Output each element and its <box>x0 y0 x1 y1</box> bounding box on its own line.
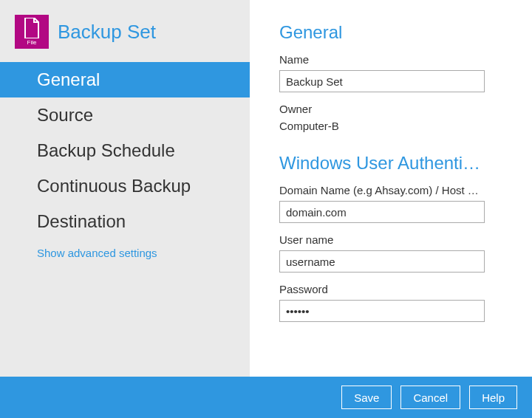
sidebar-item-source[interactable]: Source <box>0 97 250 133</box>
section-auth: Windows User Authentic... Domain Name (e… <box>279 153 502 322</box>
username-input[interactable] <box>279 250 485 273</box>
sidebar-item-label: Backup Schedule <box>37 140 175 160</box>
file-icon: File <box>15 15 49 49</box>
password-label: Password <box>279 283 502 295</box>
name-label: Name <box>279 53 502 66</box>
sidebar-item-label: Continuous Backup <box>37 176 191 196</box>
sidebar: File Backup Set General Source Backup Sc… <box>0 0 250 377</box>
sidebar-item-general[interactable]: General <box>0 62 250 97</box>
domain-input[interactable] <box>279 201 485 223</box>
sidebar-item-label: Destination <box>37 211 126 231</box>
owner-value: Computer-B <box>279 120 502 132</box>
sidebar-item-destination[interactable]: Destination <box>0 204 250 239</box>
sidebar-item-continuous-backup[interactable]: Continuous Backup <box>0 168 250 204</box>
app-window: File Backup Set General Source Backup Sc… <box>0 0 532 418</box>
cancel-button[interactable]: Cancel <box>400 386 460 409</box>
show-advanced-link[interactable]: Show advanced settings <box>0 239 250 267</box>
show-advanced-label: Show advanced settings <box>37 247 157 259</box>
section-general: General Name Owner Computer-B <box>279 22 502 132</box>
content-area: File Backup Set General Source Backup Sc… <box>0 0 532 377</box>
name-input[interactable] <box>279 70 485 92</box>
sidebar-title: Backup Set <box>58 21 156 44</box>
save-button[interactable]: Save <box>341 386 392 409</box>
domain-label: Domain Name (e.g Ahsay.com) / Host N... <box>279 184 485 196</box>
password-input[interactable] <box>279 300 485 322</box>
username-label: User name <box>279 233 502 246</box>
section-title-general: General <box>279 22 502 43</box>
sidebar-item-label: Source <box>37 105 93 125</box>
owner-label: Owner <box>279 103 502 115</box>
help-button[interactable]: Help <box>469 386 517 409</box>
footer-bar: Save Cancel Help <box>0 377 532 418</box>
sidebar-header: File Backup Set <box>0 0 250 62</box>
sidebar-nav: General Source Backup Schedule Continuou… <box>0 62 250 267</box>
main-panel: General Name Owner Computer-B Windows Us… <box>250 0 532 377</box>
section-title-auth: Windows User Authentic... <box>279 153 485 174</box>
file-icon-label: File <box>27 39 37 46</box>
sidebar-item-label: General <box>37 69 100 89</box>
sidebar-item-backup-schedule[interactable]: Backup Schedule <box>0 133 250 168</box>
